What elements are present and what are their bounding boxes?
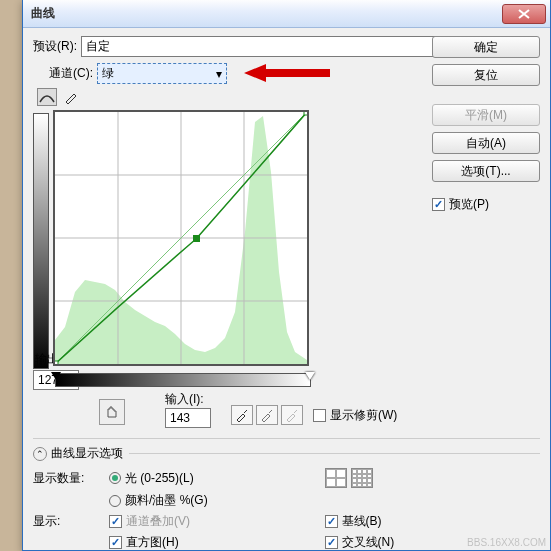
channel-select[interactable]: 绿 ▾	[97, 63, 227, 84]
histogram-check-row[interactable]: 直方图(H)	[109, 534, 325, 551]
curves-dialog: 曲线 预设(R): 自定 ▾ ≡ 确定 复位 平滑(M) 自动(A) 选项(T)…	[22, 0, 551, 551]
light-radio-row[interactable]: 光 (0-255)(L)	[109, 470, 325, 487]
titlebar[interactable]: 曲线	[23, 0, 550, 28]
preview-checkbox[interactable]	[432, 198, 445, 211]
preset-value: 自定	[86, 38, 110, 55]
input-label: 输入(I):	[165, 391, 211, 408]
black-eyedropper[interactable]	[231, 405, 253, 425]
output-gradient	[33, 113, 49, 369]
clip-label: 显示修剪(W)	[330, 407, 397, 424]
baseline-checkbox[interactable]	[325, 515, 338, 528]
overlay-checkbox[interactable]	[109, 515, 122, 528]
baseline-check-row[interactable]: 基线(B)	[325, 513, 541, 530]
overlay-check-row[interactable]: 通道叠加(V)	[109, 513, 325, 530]
curve-point-shadow[interactable]	[55, 361, 58, 364]
target-adjust-button[interactable]	[99, 399, 125, 425]
histogram-checkbox[interactable]	[109, 536, 122, 549]
input-gradient[interactable]	[55, 373, 311, 387]
white-point-slider[interactable]	[305, 372, 315, 385]
eyedropper-icon	[235, 408, 249, 422]
clip-checkbox[interactable]	[313, 409, 326, 422]
pigment-radio[interactable]	[109, 495, 121, 507]
eyedropper-icon	[285, 408, 299, 422]
intersection-checkbox[interactable]	[325, 536, 338, 549]
hand-icon	[103, 403, 121, 421]
curve-tool-button[interactable]	[37, 88, 57, 106]
chevron-down-icon: ▾	[216, 67, 222, 81]
close-icon	[518, 9, 530, 19]
ok-button[interactable]: 确定	[432, 36, 540, 58]
channel-label: 通道(C):	[49, 65, 93, 82]
disclosure-row[interactable]: ⌃ 曲线显示选项	[33, 438, 540, 462]
pencil-tool-button[interactable]	[61, 88, 81, 106]
input-input[interactable]: 143	[165, 408, 211, 428]
black-point-slider[interactable]	[51, 372, 61, 385]
show-label: 显示:	[33, 513, 109, 530]
options-button[interactable]: 选项(T)...	[432, 160, 540, 182]
svg-marker-6	[244, 64, 330, 82]
grid-fine-button[interactable]	[351, 468, 373, 488]
light-radio[interactable]	[109, 472, 121, 484]
gray-eyedropper[interactable]	[256, 405, 278, 425]
eyedropper-icon	[260, 408, 274, 422]
window-title: 曲线	[27, 5, 502, 22]
reset-button[interactable]: 复位	[432, 64, 540, 86]
grid-coarse-button[interactable]	[325, 468, 347, 488]
preview-label: 预览(P)	[449, 196, 489, 213]
curve-point-selected[interactable]	[193, 235, 200, 242]
curve-icon	[39, 90, 55, 104]
pencil-icon	[64, 90, 78, 104]
white-eyedropper[interactable]	[281, 405, 303, 425]
watermark: BBS.16XX8.COM	[467, 537, 546, 548]
annotation-arrow	[244, 61, 330, 85]
preview-row[interactable]: 预览(P)	[432, 196, 540, 213]
channel-value: 绿	[102, 65, 114, 82]
smooth-button: 平滑(M)	[432, 104, 540, 126]
disclosure-arrow-icon[interactable]: ⌃	[33, 447, 47, 461]
curve-graph[interactable]	[53, 110, 309, 366]
auto-button[interactable]: 自动(A)	[432, 132, 540, 154]
pigment-radio-row[interactable]: 颜料/油墨 %(G)	[109, 492, 325, 509]
curve-point-highlight[interactable]	[304, 112, 307, 115]
preset-row: 预设(R): 自定 ▾ ≡ 确定 复位 平滑(M) 自动(A) 选项(T)...…	[33, 36, 540, 57]
clip-row[interactable]: 显示修剪(W)	[313, 407, 397, 424]
disclosure-label: 曲线显示选项	[51, 445, 123, 462]
amount-label: 显示数量:	[33, 470, 109, 487]
preset-label: 预设(R):	[33, 38, 77, 55]
close-button[interactable]	[502, 4, 546, 24]
